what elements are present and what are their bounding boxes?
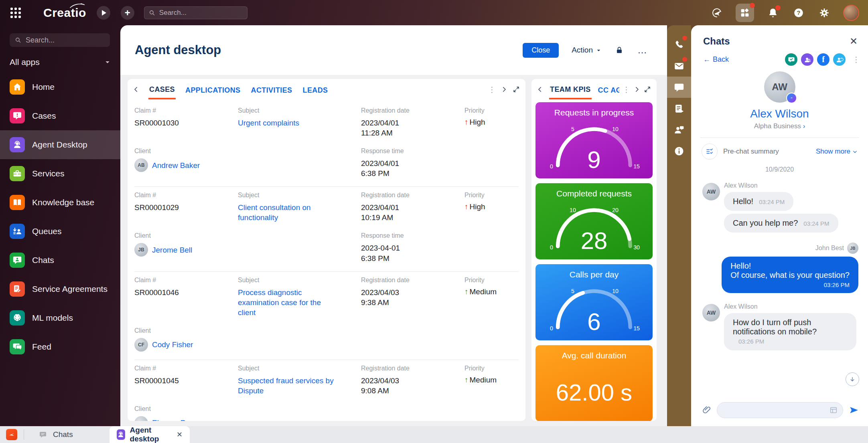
close-button[interactable]: Close bbox=[523, 43, 559, 58]
case-row[interactable]: Claim # SR00001030 Subject Urgent compla… bbox=[134, 102, 519, 187]
info-icon[interactable] bbox=[667, 140, 691, 162]
facebook-channel-icon[interactable]: f bbox=[817, 53, 829, 66]
app-launcher-icon[interactable] bbox=[736, 4, 754, 22]
feed-icon bbox=[10, 339, 25, 354]
cases-feed-icon[interactable] bbox=[667, 98, 691, 119]
sidebar-search[interactable] bbox=[10, 33, 110, 47]
global-search-input[interactable] bbox=[159, 9, 239, 17]
lock-icon[interactable] bbox=[614, 45, 625, 55]
kpi-card-avg-call-duration[interactable]: Avg. call duration 62.00 s bbox=[535, 345, 653, 421]
client-link[interactable]: Andrew Baker bbox=[152, 160, 200, 170]
notifications-icon[interactable] bbox=[766, 6, 780, 20]
priority-cell: Priority ↑High bbox=[464, 192, 519, 223]
expand-icon[interactable] bbox=[644, 86, 651, 93]
message-template-icon[interactable] bbox=[829, 406, 838, 415]
kpi-card-requests-in-progress[interactable]: Requests in progress 051015 9 bbox=[535, 102, 653, 178]
profile-avatar[interactable] bbox=[843, 5, 859, 21]
sidebar-item-service-agreements[interactable]: Service Agreements bbox=[0, 275, 120, 303]
close-icon[interactable]: ✕ bbox=[850, 36, 858, 46]
message-input-field[interactable] bbox=[724, 406, 829, 415]
subject-link[interactable]: Process diagnostic examination case for … bbox=[238, 287, 340, 318]
contact-name-link[interactable]: Alex Wilson bbox=[691, 107, 868, 120]
kpi-card-completed-requests[interactable]: Completed requests 0102030 28 bbox=[535, 183, 653, 259]
show-more-link[interactable]: Show more bbox=[816, 148, 858, 156]
tab-team-kpis[interactable]: TEAM KPIS bbox=[549, 80, 592, 99]
sidebar-item-services[interactable]: Services bbox=[0, 159, 120, 188]
communication-panel-icon[interactable] bbox=[710, 6, 724, 20]
case-row[interactable]: Claim # SR00001029 Subject Client consul… bbox=[134, 187, 519, 271]
case-row[interactable]: Claim # SR00001046 Subject Process diagn… bbox=[134, 272, 519, 360]
sidebar-item-ml-models[interactable]: ML models bbox=[0, 303, 120, 332]
logo-swoosh-icon bbox=[69, 3, 85, 8]
sidebar-item-feed[interactable]: Feed bbox=[0, 332, 120, 361]
add-button[interactable]: + bbox=[121, 6, 134, 20]
run-process-button[interactable] bbox=[97, 6, 110, 20]
web-chat-channel-icon[interactable] bbox=[785, 53, 797, 66]
client-link[interactable]: Jerome Bell bbox=[152, 245, 192, 255]
calls-icon[interactable] bbox=[667, 34, 691, 55]
portal-channel-icon[interactable] bbox=[801, 53, 813, 66]
transfer-chat-icon[interactable] bbox=[833, 53, 846, 66]
action-button[interactable]: Action bbox=[572, 46, 601, 55]
sidebar-item-chats[interactable]: Chats bbox=[0, 246, 120, 275]
subject-link[interactable]: Client consultation on functionality bbox=[238, 202, 340, 223]
global-search[interactable] bbox=[144, 6, 247, 19]
sidebar-menu: Home Cases Agent Desktop Services Knowle… bbox=[0, 73, 120, 361]
case-row[interactable]: Claim # SR00001045 Subject Suspected fra… bbox=[134, 360, 519, 421]
sidebar-item-cases[interactable]: Cases bbox=[0, 101, 120, 130]
taskbar-item-agent-desktop[interactable]: Agent desktop ✕ bbox=[110, 426, 190, 443]
attach-file-icon[interactable] bbox=[702, 405, 712, 415]
tab-cc-agent-home[interactable]: CC AGENT HO bbox=[597, 81, 619, 99]
agent-desktop-icon bbox=[117, 429, 125, 440]
app-grid-icon[interactable] bbox=[9, 6, 22, 20]
tab-activities[interactable]: ACTIVITIES bbox=[250, 81, 293, 99]
agent-chats-icon[interactable] bbox=[667, 119, 691, 140]
contact-avatar[interactable]: AW bbox=[764, 71, 795, 103]
sidebar-item-knowledge-base[interactable]: Knowledge base bbox=[0, 188, 120, 217]
kpi-gauges: Requests in progress 051015 9 Completed … bbox=[531, 100, 657, 421]
message-input[interactable] bbox=[717, 402, 843, 418]
send-message-icon[interactable] bbox=[848, 405, 859, 416]
sidebar-item-agent-desktop[interactable]: Agent Desktop bbox=[0, 130, 120, 159]
tabs-scroll-left-icon[interactable] bbox=[132, 86, 140, 93]
kpi-card-calls-per-day[interactable]: Calls per day 051015 6 bbox=[535, 264, 653, 340]
more-options-icon[interactable]: … bbox=[637, 48, 648, 52]
email-icon[interactable] bbox=[667, 55, 691, 77]
gauge-title: Completed requests bbox=[535, 183, 653, 198]
settings-icon[interactable] bbox=[817, 6, 831, 20]
subject-link[interactable]: Urgent complaints bbox=[238, 118, 340, 128]
tab-cases[interactable]: CASES bbox=[148, 80, 176, 99]
sidebar-item-home[interactable]: Home bbox=[0, 73, 120, 101]
tab-applications[interactable]: APPLICATIONS bbox=[185, 81, 241, 99]
summary-list-icon[interactable] bbox=[702, 144, 718, 160]
message-text: Can you help me? bbox=[733, 218, 798, 227]
tabs-scroll-right-icon[interactable] bbox=[501, 86, 508, 93]
tabs-scroll-left-icon[interactable] bbox=[536, 86, 544, 93]
sidebar-search-input[interactable] bbox=[26, 36, 98, 45]
tab-kebab-icon[interactable]: ⋮ bbox=[623, 89, 630, 91]
back-button[interactable]: ← Back bbox=[703, 55, 729, 64]
registration-time-value: 10:19 AM bbox=[361, 212, 464, 223]
expand-icon[interactable] bbox=[513, 86, 520, 93]
chats-icon[interactable] bbox=[667, 77, 691, 98]
workspace-selector[interactable]: All apps bbox=[10, 57, 111, 67]
close-icon[interactable]: ✕ bbox=[176, 430, 183, 439]
taskbar-item-chats[interactable]: Chats bbox=[30, 426, 80, 443]
message-group-incoming: AW Alex Wilson How do I turn off push no… bbox=[702, 303, 858, 353]
chat-kebab-icon[interactable]: ⋮ bbox=[852, 59, 860, 61]
priority-value: High bbox=[470, 118, 485, 127]
creatio-taskbar-icon[interactable] bbox=[6, 429, 17, 440]
claim-value: SR00001045 bbox=[134, 376, 238, 386]
message-text: Hello! bbox=[733, 197, 753, 206]
client-link[interactable]: Cody Fisher bbox=[152, 340, 193, 350]
contact-company-link[interactable]: Alpha Business › bbox=[691, 122, 868, 130]
tabs-scroll-right-icon[interactable] bbox=[633, 86, 641, 93]
tab-kebab-icon[interactable]: ⋮ bbox=[488, 89, 496, 91]
sidebar-item-queues[interactable]: Queues bbox=[0, 217, 120, 246]
client-link[interactable]: Eleanor Pena bbox=[152, 418, 198, 421]
creatio-logo: Creatio bbox=[43, 6, 86, 20]
subject-link[interactable]: Suspected fraud services by Dispute bbox=[238, 376, 340, 396]
help-icon[interactable]: ? bbox=[792, 6, 805, 20]
tab-leads[interactable]: LEADS bbox=[302, 81, 329, 99]
scroll-to-bottom-button[interactable] bbox=[846, 372, 859, 386]
